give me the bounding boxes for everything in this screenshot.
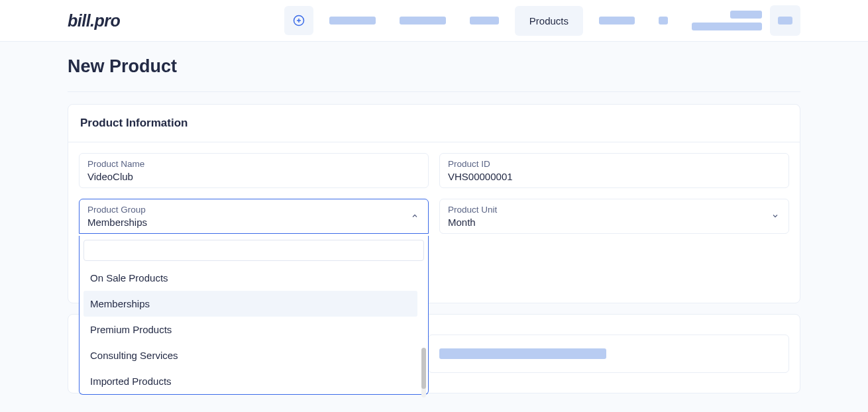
product-unit-select[interactable]: Product Unit Month [439, 199, 789, 234]
nav-item-products[interactable]: Products [515, 6, 583, 36]
product-name-field[interactable]: Product Name VideoClub [79, 153, 429, 188]
form-row: Product Group Memberships On Sale Produc… [79, 199, 789, 234]
brand-logo: bill.pro [68, 11, 120, 30]
nav-item-placeholder[interactable] [392, 11, 454, 30]
nav-item-placeholder[interactable] [591, 11, 643, 30]
dropdown-option[interactable]: Memberships [83, 291, 417, 317]
chevron-up-icon [411, 211, 419, 223]
nav-placeholder-bar [400, 17, 446, 25]
add-new-button[interactable] [284, 6, 313, 35]
field-label: Product Group [87, 205, 420, 215]
dropdown-option[interactable]: Imported Products [83, 368, 417, 394]
nav-right-group [692, 5, 800, 36]
field-value: Memberships [87, 217, 420, 228]
card-body: Product Name VideoClub Product ID VHS000… [68, 142, 800, 303]
field-label: Product Name [87, 159, 420, 169]
card-header: Product Information [68, 105, 800, 142]
user-avatar[interactable] [770, 5, 800, 36]
dropdown-option[interactable]: On Sale Products [83, 265, 417, 291]
product-information-card: Product Information Product Name VideoCl… [68, 104, 800, 303]
nav-user-text-stack [692, 11, 762, 30]
field-value: VideoClub [87, 171, 420, 182]
secondary-field[interactable] [428, 335, 789, 373]
chevron-down-icon [771, 211, 779, 223]
nav-placeholder-bar [730, 11, 762, 19]
page-title: New Product [68, 56, 800, 77]
field-value: VHS00000001 [448, 171, 781, 182]
scrollbar-thumb[interactable] [421, 348, 426, 389]
nav-placeholder-bar [599, 17, 635, 25]
nav-item-placeholder[interactable] [651, 11, 676, 30]
nav-placeholder-bar [659, 17, 668, 25]
dropdown-option[interactable]: Premium Products [83, 317, 417, 342]
placeholder-bar [439, 348, 606, 359]
page-container: New Product Product Information Product … [0, 42, 868, 393]
dropdown-options-list: On Sale Products Memberships Premium Pro… [83, 265, 424, 394]
main-nav: Products [284, 5, 800, 36]
nav-placeholder-bar [329, 17, 376, 25]
dropdown-search-input[interactable] [83, 240, 424, 261]
product-group-select[interactable]: Product Group Memberships On Sale Produc… [79, 199, 429, 234]
nav-placeholder-bar [778, 17, 792, 25]
field-label: Product ID [448, 159, 781, 169]
nav-placeholder-bar [692, 23, 762, 30]
dropdown-option[interactable]: Consulting Services [83, 342, 417, 368]
divider [68, 91, 800, 92]
nav-placeholder-bar [470, 17, 499, 25]
field-label: Product Unit [448, 205, 781, 215]
field-value: Month [448, 217, 781, 228]
plus-circle-icon [293, 15, 305, 26]
product-id-field[interactable]: Product ID VHS00000001 [439, 153, 789, 188]
product-group-dropdown: On Sale Products Memberships Premium Pro… [79, 236, 429, 395]
app-header: bill.pro Products [0, 0, 868, 42]
nav-item-placeholder[interactable] [321, 11, 384, 30]
nav-item-placeholder[interactable] [462, 11, 507, 30]
form-row: Product Name VideoClub Product ID VHS000… [79, 153, 789, 188]
